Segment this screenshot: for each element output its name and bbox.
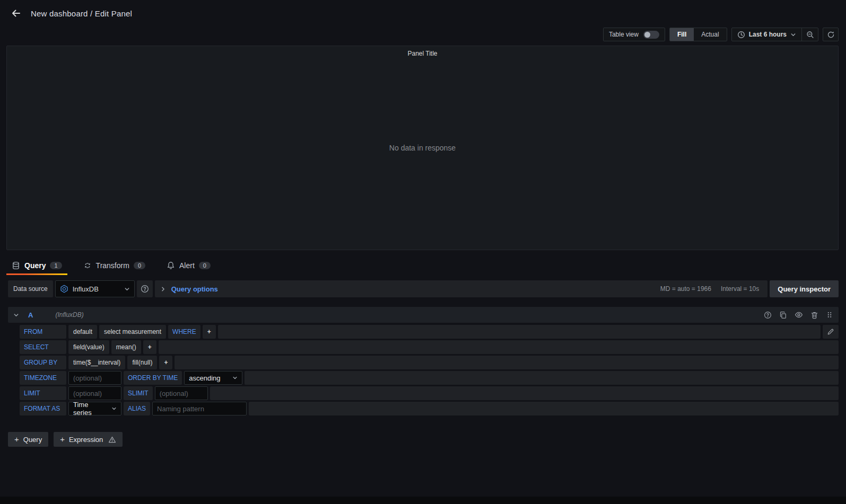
fill-option[interactable]: Fill bbox=[670, 28, 694, 41]
alias-input[interactable] bbox=[152, 402, 247, 415]
mean-function-segment[interactable]: mean() bbox=[111, 340, 141, 354]
back-arrow-icon[interactable] bbox=[8, 6, 23, 21]
select-row: SELECT field(value) mean() + bbox=[20, 340, 839, 354]
influx-query-builder: FROM default select measurement WHERE + … bbox=[8, 323, 839, 418]
add-group-by-button[interactable]: + bbox=[159, 356, 172, 369]
format-as-value: Time series bbox=[73, 401, 108, 417]
time-range-button[interactable]: Last 6 hours bbox=[732, 28, 801, 41]
format-as-row: FORMAT AS Time series ALIAS bbox=[20, 402, 839, 415]
from-label: FROM bbox=[20, 325, 66, 339]
tab-alert[interactable]: Alert 0 bbox=[161, 258, 216, 275]
measurement-segment[interactable]: select measurement bbox=[99, 325, 166, 339]
chevron-down-icon bbox=[790, 32, 796, 38]
time-range-label: Last 6 hours bbox=[749, 31, 787, 38]
timezone-row: TIMEZONE ORDER BY TIME ascending bbox=[20, 371, 839, 385]
delete-query-trash-icon[interactable] bbox=[810, 311, 818, 319]
query-datasource-hint: (InfluxDB) bbox=[55, 311, 83, 319]
query-ref-id[interactable]: A bbox=[28, 311, 33, 319]
max-datapoints-info: MD = auto = 1966 bbox=[660, 285, 711, 293]
chevron-right-icon bbox=[160, 286, 166, 292]
add-expression-label: Expression bbox=[69, 436, 103, 444]
toggle-raw-query-pencil-icon[interactable] bbox=[823, 325, 839, 339]
limit-input[interactable] bbox=[68, 386, 121, 400]
actual-option[interactable]: Actual bbox=[694, 28, 726, 41]
add-query-button[interactable]: + Query bbox=[8, 432, 48, 447]
where-keyword: WHERE bbox=[168, 325, 200, 339]
row-filler bbox=[249, 402, 839, 415]
query-options-toggle[interactable]: Query options bbox=[160, 285, 218, 293]
tab-transform-label: Transform bbox=[96, 261, 129, 270]
query-help-icon[interactable] bbox=[764, 311, 772, 319]
duplicate-query-icon[interactable] bbox=[779, 311, 787, 319]
collapse-chevron-icon[interactable] bbox=[13, 312, 24, 318]
datasource-selected: InfluxDB bbox=[73, 285, 120, 293]
timezone-input[interactable] bbox=[68, 371, 121, 385]
query-footer-actions: + Query + Expression bbox=[8, 432, 846, 447]
time-interval-segment[interactable]: time($__interval) bbox=[68, 356, 125, 369]
row-filler bbox=[175, 356, 839, 369]
hide-query-eye-icon[interactable] bbox=[795, 311, 803, 319]
select-label: SELECT bbox=[20, 340, 66, 354]
from-row: FROM default select measurement WHERE + bbox=[20, 325, 839, 339]
database-icon bbox=[12, 261, 20, 270]
editor-tabs: Query 1 Transform 0 Alert 0 bbox=[6, 258, 839, 275]
plus-icon: + bbox=[14, 435, 19, 444]
group-by-row: GROUP BY time($__interval) fill(null) + bbox=[20, 356, 839, 369]
field-segment[interactable]: field(value) bbox=[68, 340, 109, 354]
row-filler bbox=[159, 340, 839, 354]
tab-query[interactable]: Query 1 bbox=[6, 258, 67, 275]
datasource-label: Data source bbox=[8, 280, 53, 297]
chevron-down-icon bbox=[111, 406, 117, 411]
group-by-label: GROUP BY bbox=[20, 356, 66, 369]
limit-row: LIMIT SLIMIT bbox=[20, 386, 839, 400]
tab-alert-count: 0 bbox=[199, 262, 211, 269]
influxdb-logo-icon bbox=[60, 285, 68, 293]
chevron-down-icon bbox=[232, 375, 238, 381]
format-as-select[interactable]: Time series bbox=[68, 402, 121, 415]
row-filler bbox=[245, 371, 839, 385]
slimit-keyword: SLIMIT bbox=[124, 386, 153, 400]
tab-transform[interactable]: Transform 0 bbox=[78, 258, 151, 275]
plus-icon: + bbox=[60, 435, 65, 444]
query-inspector-button[interactable]: Query inspector bbox=[770, 280, 839, 297]
query-editor-row-a: A (InfluxDB) FROM default select mea bbox=[8, 307, 839, 418]
bottom-edge-strip bbox=[0, 497, 846, 504]
add-expression-button[interactable]: + Expression bbox=[54, 432, 123, 447]
table-view-control: Table view bbox=[603, 28, 665, 41]
query-options-label: Query options bbox=[171, 285, 218, 293]
datasource-bar: Data source InfluxDB Query options MD = … bbox=[8, 280, 839, 297]
row-filler bbox=[210, 386, 839, 400]
query-row-actions bbox=[764, 311, 833, 319]
slimit-input[interactable] bbox=[155, 386, 208, 400]
tab-query-count: 1 bbox=[50, 262, 62, 269]
row-filler bbox=[218, 325, 821, 339]
timezone-label: TIMEZONE bbox=[20, 371, 66, 385]
drag-handle-icon[interactable] bbox=[826, 311, 833, 319]
order-by-time-keyword: ORDER BY TIME bbox=[124, 371, 182, 385]
no-data-message: No data in response bbox=[7, 144, 838, 152]
datasource-picker[interactable]: InfluxDB bbox=[55, 280, 135, 297]
retention-policy-segment[interactable]: default bbox=[68, 325, 97, 339]
add-select-part-button[interactable]: + bbox=[143, 340, 156, 354]
refresh-icon[interactable] bbox=[823, 28, 839, 41]
datasource-help-icon[interactable] bbox=[137, 280, 153, 297]
order-by-time-select[interactable]: ascending bbox=[184, 371, 242, 385]
limit-label: LIMIT bbox=[20, 386, 66, 400]
chevron-down-icon bbox=[124, 286, 130, 292]
bell-icon bbox=[167, 261, 175, 270]
fill-null-segment[interactable]: fill(null) bbox=[127, 356, 157, 369]
page-title: New dashboard / Edit Panel bbox=[31, 9, 132, 18]
fill-actual-radiogroup: Fill Actual bbox=[669, 28, 727, 41]
format-as-label: FORMAT AS bbox=[20, 402, 66, 415]
zoom-out-icon[interactable] bbox=[802, 28, 818, 41]
table-view-toggle[interactable] bbox=[643, 31, 659, 39]
warning-triangle-icon bbox=[108, 436, 116, 444]
tab-query-label: Query bbox=[24, 261, 46, 270]
order-by-time-value: ascending bbox=[189, 374, 229, 382]
query-options-stats: MD = auto = 1966 Interval = 10s bbox=[660, 285, 765, 293]
query-row-header[interactable]: A (InfluxDB) bbox=[8, 307, 839, 323]
add-where-condition-button[interactable]: + bbox=[203, 325, 216, 339]
transform-icon bbox=[83, 261, 92, 270]
panel-preview[interactable]: Panel Title No data in response bbox=[6, 46, 839, 250]
time-range-picker: Last 6 hours bbox=[731, 28, 818, 41]
